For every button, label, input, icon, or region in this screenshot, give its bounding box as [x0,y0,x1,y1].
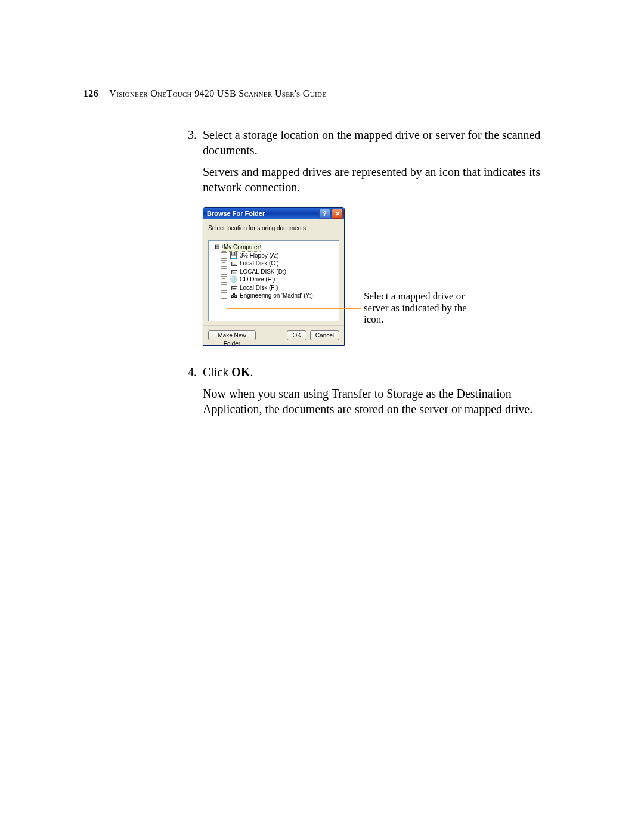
expand-icon[interactable]: + [221,260,227,267]
floppy-icon: 💾 [230,252,238,259]
cd-icon: 💿 [230,276,238,283]
step-3-para-2: Servers and mapped drives are represente… [203,164,561,195]
tree-item[interactable]: + 🖴 LOCAL DISK (D:) [212,268,338,276]
tree-item[interactable]: + 💾 3½ Floppy (A:) [212,252,338,260]
page-number: 126 [83,88,98,98]
disk-icon: 🖴 [230,268,238,275]
callout-text: Select a mapped drive or server as indic… [364,290,483,326]
step-number: 4. [179,364,197,380]
dialog-instruction: Select location for storing documents [208,224,339,232]
tree-item[interactable]: + 🖴 Local Disk (F:) [212,284,338,292]
dialog-titlebar[interactable]: Browse For Folder ? ✕ [203,208,344,219]
running-title: Visioneer OneTouch 9420 USB Scanner User… [109,88,326,98]
tree-root-label: My Computer [222,243,261,252]
step-3: 3. Select a storage location on the mapp… [167,127,561,350]
header-rule [83,103,561,103]
tree-item[interactable]: + 🖴 Local Disk (C:) [212,259,338,268]
computer-icon: 🖥 [212,244,221,250]
folder-tree[interactable]: 🖥 My Computer + 💾 3½ Floppy (A:) [208,240,339,321]
dialog-figure: Browse For Folder ? ✕ Select location fo… [203,207,572,350]
step-4-para-1: Click OK. [203,364,561,380]
tree-item[interactable]: + 💿 CD Drive (E:) [212,275,338,284]
callout-leader-line [227,308,361,309]
expand-icon[interactable]: + [221,268,227,275]
help-icon[interactable]: ? [319,209,330,219]
browse-for-folder-dialog: Browse For Folder ? ✕ Select location fo… [203,207,345,346]
step-4-para-2: Now when you scan using Transfer to Stor… [203,386,561,417]
cancel-button[interactable]: Cancel [310,330,339,340]
step-number: 3. [179,127,197,143]
dialog-title: Browse For Folder [207,209,318,218]
disk-icon: 🖴 [230,284,238,291]
step-4: 4. Click OK. Now when you scan using Tra… [167,364,561,417]
tree-item[interactable]: + 🖧 Engineering on 'Madrid' (Y:) [212,292,338,300]
expand-icon[interactable]: + [221,252,227,259]
step-3-para-1: Select a storage location on the mapped … [203,127,561,158]
disk-icon: 🖴 [230,260,238,267]
close-icon[interactable]: ✕ [332,209,343,219]
expand-icon[interactable]: + [221,276,227,283]
expand-icon[interactable]: + [221,284,227,291]
make-new-folder-button[interactable]: Make New Folder [208,330,256,340]
network-drive-icon: 🖧 [230,292,238,299]
ok-button[interactable]: OK [287,330,306,340]
running-head: 126 Visioneer OneTouch 9420 USB Scanner … [83,88,561,99]
tree-root-row[interactable]: 🖥 My Computer [212,243,338,252]
